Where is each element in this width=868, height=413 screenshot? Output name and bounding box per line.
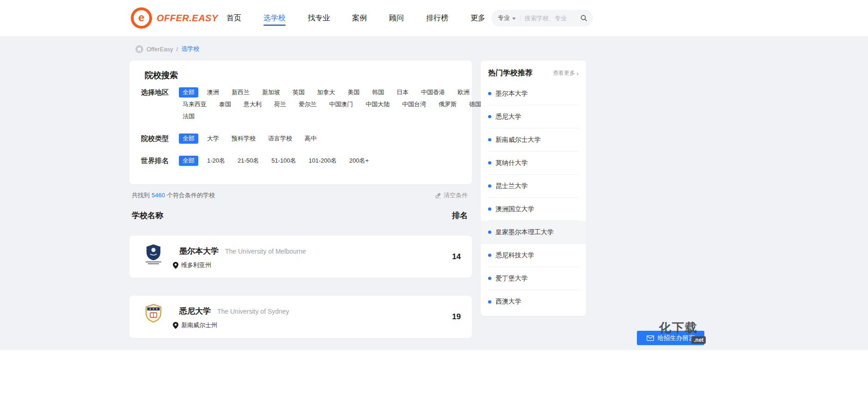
chevron-right-icon: › (576, 70, 579, 77)
filter-label-school-type: 院校类型 (141, 134, 171, 144)
results-summary: 共找到5460个符合条件的学校 (132, 191, 215, 200)
filter-option[interactable]: 法国 (179, 111, 198, 121)
hot-school-item[interactable]: 墨尔本大学 (488, 82, 579, 105)
breadcrumb-current[interactable]: 选学校 (181, 45, 199, 53)
filter-option[interactable]: 欧洲 (454, 87, 473, 97)
filter-option[interactable]: 新加坡 (258, 87, 284, 97)
view-more-link[interactable]: 查看更多 › (553, 69, 579, 77)
nav-item-consultants[interactable]: 顾问 (378, 0, 415, 36)
filter-option[interactable]: 中国澳门 (325, 99, 357, 109)
view-more-label: 查看更多 (553, 69, 575, 77)
filter-group-world-rank: 世界排名 全部 1-20名 21-50名 51-100名 101-200名 20… (141, 156, 465, 166)
hot-school-label: 莫纳什大学 (495, 159, 528, 167)
school-rank: 14 (452, 236, 461, 278)
search-icon[interactable] (580, 14, 587, 22)
nav-item-more[interactable]: 更多 (459, 0, 496, 36)
panel-title: 院校搜索 (145, 70, 178, 81)
filter-option[interactable]: 荷兰 (270, 99, 290, 109)
filter-option[interactable]: 马来西亚 (179, 99, 210, 109)
filter-option[interactable]: 101-200名 (305, 156, 341, 166)
filter-option[interactable]: 英国 (289, 87, 308, 97)
hot-school-label: 墨尔本大学 (495, 90, 528, 98)
message-admissions-button[interactable]: 给招生办留言 (637, 331, 704, 345)
nav-item-find-major[interactable]: 找专业 (297, 0, 341, 36)
envelope-icon (647, 335, 654, 341)
column-rank: 排名 (452, 210, 468, 221)
nav-item-rankings[interactable]: 排行榜 (415, 0, 459, 36)
filter-option[interactable]: 全部 (179, 156, 198, 166)
filter-option[interactable]: 中国大陆 (362, 99, 393, 109)
filter-option[interactable]: 俄罗斯 (435, 99, 460, 109)
filter-option[interactable]: 泰国 (215, 99, 235, 109)
hot-school-label: 西澳大学 (495, 298, 521, 306)
school-location: 维多利亚州 (173, 261, 211, 269)
clear-filters-button[interactable]: 清空条件 (435, 191, 468, 200)
filter-option[interactable]: 全部 (179, 134, 198, 144)
school-name-cn[interactable]: 墨尔本大学 (179, 246, 219, 256)
filter-label-world-rank: 世界排名 (141, 156, 171, 166)
school-location-label: 新南威尔士州 (181, 321, 217, 329)
school-name-en: The University of Melbourne (225, 248, 306, 255)
hot-school-item[interactable]: 爱丁堡大学 (488, 267, 579, 290)
region-options-row-2: 马来西亚 泰国 意大利 荷兰 爱尔兰 中国澳门 中国大陆 中国台湾 俄罗斯 德国… (179, 99, 509, 109)
search-category-select[interactable]: 专业 (498, 14, 516, 22)
clear-filters-icon (435, 192, 441, 199)
filter-option[interactable]: 1-20名 (203, 156, 229, 166)
filter-option[interactable]: 200名+ (345, 156, 372, 166)
region-options: 全部 澳洲 新西兰 新加坡 英国 加拿大 美国 韩国 日本 中国香港 欧洲 中国 (179, 87, 509, 121)
hot-school-label: 皇家墨尔本理工大学 (495, 228, 554, 237)
sydney-crest-icon (143, 304, 164, 322)
hot-school-item-highlighted[interactable]: 皇家墨尔本理工大学 (481, 221, 586, 244)
filter-option[interactable]: 日本 (393, 87, 412, 97)
school-location-label: 维多利亚州 (181, 261, 211, 269)
filter-option[interactable]: 全部 (179, 87, 198, 97)
school-type-options-row: 全部 大学 预科学校 语言学校 高中 (179, 134, 320, 144)
filter-option[interactable]: 新西兰 (228, 87, 253, 97)
school-list-header: 学校名称 排名 (132, 210, 468, 221)
school-rank: 19 (452, 296, 461, 338)
filter-option[interactable]: 爱尔兰 (295, 99, 320, 109)
school-name-cn[interactable]: 悉尼大学 (179, 306, 211, 316)
header: e OFFER.EASY 首页 选学校 找专业 案例 顾问 排行榜 更多 专业 (0, 0, 868, 36)
results-bar: 共找到5460个符合条件的学校 清空条件 (132, 191, 468, 200)
filter-option[interactable]: 51-100名 (268, 156, 300, 166)
nav-item-cases[interactable]: 案例 (341, 0, 378, 36)
hot-school-item[interactable]: 西澳大学 (488, 290, 579, 313)
school-card-melbourne[interactable]: 墨尔本大学 The University of Melbourne 维多利亚州 … (129, 236, 472, 278)
filter-option[interactable]: 中国台湾 (398, 99, 430, 109)
filter-group-region: 选择地区 全部 澳洲 新西兰 新加坡 英国 加拿大 美国 韩国 日本 中国香港 … (141, 87, 465, 121)
world-rank-options-row: 全部 1-20名 21-50名 51-100名 101-200名 200名+ (179, 156, 373, 166)
filter-option[interactable]: 21-50名 (234, 156, 263, 166)
brand-logo[interactable]: e OFFER.EASY (131, 7, 218, 29)
hot-school-label: 新南威尔士大学 (495, 136, 541, 144)
breadcrumb-home[interactable]: OfferEasy (147, 46, 173, 53)
filter-option[interactable]: 中国香港 (417, 87, 449, 97)
hot-school-item[interactable]: 莫纳什大学 (488, 152, 579, 175)
filter-option[interactable]: 语言学校 (264, 134, 296, 144)
hot-school-label: 昆士兰大学 (495, 182, 528, 190)
filter-option[interactable]: 高中 (301, 134, 320, 144)
column-school-name: 学校名称 (132, 210, 163, 221)
filter-option[interactable]: 加拿大 (313, 87, 339, 97)
hot-school-item[interactable]: 新南威尔士大学 (488, 128, 579, 152)
filter-option[interactable]: 意大利 (240, 99, 265, 109)
hot-school-item[interactable]: 昆士兰大学 (488, 175, 579, 198)
bullet-dot-icon (488, 254, 491, 257)
hot-school-item[interactable]: 悉尼科技大学 (488, 244, 579, 267)
filter-option[interactable]: 韩国 (368, 87, 388, 97)
home-icon[interactable] (135, 45, 143, 53)
region-options-row-1: 全部 澳洲 新西兰 新加坡 英国 加拿大 美国 韩国 日本 中国香港 欧洲 中国 (179, 87, 509, 97)
search-input[interactable] (525, 15, 577, 22)
hot-school-item[interactable]: 悉尼大学 (488, 105, 579, 128)
nav-item-select-school[interactable]: 选学校 (252, 0, 297, 36)
hot-school-label: 悉尼科技大学 (495, 251, 534, 260)
clear-filters-label: 清空条件 (444, 191, 468, 200)
filter-option[interactable]: 澳洲 (203, 87, 223, 97)
school-card-sydney[interactable]: 悉尼大学 The University of Sydney 新南威尔士州 19 (129, 296, 472, 338)
filter-option[interactable]: 预科学校 (228, 134, 259, 144)
hot-school-item[interactable]: 澳洲国立大学 (488, 198, 579, 221)
filter-label-region: 选择地区 (141, 87, 171, 121)
filter-option[interactable]: 美国 (344, 87, 363, 97)
filter-option[interactable]: 大学 (203, 134, 223, 144)
nav-item-home[interactable]: 首页 (215, 0, 252, 36)
